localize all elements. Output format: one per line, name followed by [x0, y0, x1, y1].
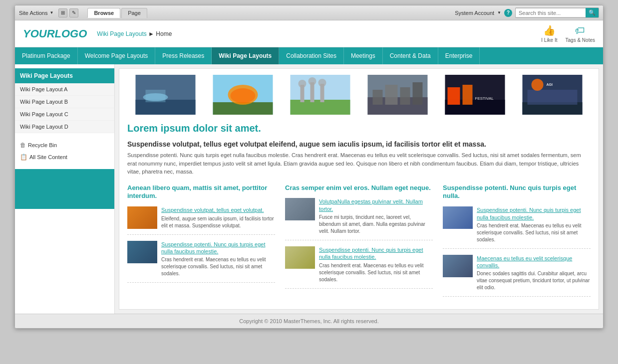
breadcrumb-current: Home — [156, 30, 172, 37]
col3-title: Suspendisse potenti. Nunc quis turpis eg… — [443, 184, 591, 201]
content-wrapper: Wiki Page Layouts Wiki Page Layout A Wik… — [15, 64, 603, 314]
tab-page[interactable]: Page — [121, 8, 147, 18]
search-button[interactable]: 🔍 — [586, 8, 599, 17]
three-columns: Aenean libero quam, mattis sit amet, por… — [127, 184, 591, 303]
banner-photo-2 — [205, 75, 281, 115]
svg-rect-18 — [373, 90, 383, 105]
col2-item2-image — [285, 246, 315, 269]
nav-item-platinum[interactable]: Platinum Package — [15, 47, 78, 64]
col3-item1-desc: Cras hendrerit erat. Maecenas eu tellus … — [477, 222, 591, 243]
col3-item1-image — [443, 206, 473, 229]
sidebar-item-a[interactable]: Wiki Page Layout A — [15, 83, 114, 96]
svg-point-13 — [299, 80, 307, 88]
svg-rect-21 — [413, 82, 423, 105]
svg-rect-29 — [528, 90, 578, 105]
col2-title: Cras semper enim vel eros. Nullam eget n… — [285, 184, 433, 192]
main-title: Lorem ipsum dolor sit amet. — [127, 123, 591, 134]
search-box: 🔍 — [515, 7, 599, 18]
system-account-label[interactable]: System Account ▼ — [455, 10, 501, 16]
nav-item-press[interactable]: Press Releases — [155, 47, 212, 64]
svg-text:FESTIVAL: FESTIVAL — [475, 96, 494, 101]
all-site-content-link[interactable]: 📋 All Site Content — [15, 151, 114, 163]
svg-point-30 — [532, 79, 544, 91]
col1-item1-text: Suspendisse volutpat, tellus eget volutp… — [161, 206, 275, 229]
site-actions-arrow: ▼ — [49, 10, 53, 15]
svg-text:AGI: AGI — [547, 83, 553, 86]
column-3: Suspendisse potenti. Nunc quis turpis eg… — [443, 184, 591, 303]
search-input[interactable] — [516, 9, 586, 17]
svg-rect-20 — [400, 87, 410, 105]
tags-notes-button[interactable]: 🏷 Tags & Notes — [566, 25, 595, 43]
sidebar-item-d[interactable]: Wiki Page Layout D — [15, 121, 114, 133]
tab-browse[interactable]: Browse — [87, 8, 120, 18]
nav-item-wiki[interactable]: Wiki Page Layouts — [212, 47, 279, 64]
banner-photo-6: AGI — [514, 75, 591, 115]
banner-photo-5: FESTIVAL — [437, 75, 513, 115]
col1-item-1: Suspendisse volutpat, tellus eget volutp… — [127, 206, 275, 234]
tag-icon: 🏷 — [575, 25, 585, 36]
nav-item-content[interactable]: Content & Data — [383, 47, 438, 64]
breadcrumb: Wiki Page Layouts ► Home — [97, 30, 541, 37]
recycle-bin-link[interactable]: 🗑 Recycle Bin — [15, 139, 114, 151]
header-area: YOURLOGO Wiki Page Layouts ► Home 👍 I Li… — [15, 20, 603, 47]
svg-point-7 — [231, 88, 256, 103]
nav-item-enterprise[interactable]: Enterprise — [438, 47, 480, 64]
site-actions-label: Site Actions — [19, 10, 47, 16]
col1-item1-image — [127, 206, 157, 229]
sidebar: Wiki Page Layouts Wiki Page Layout A Wik… — [15, 64, 115, 314]
site-actions-button[interactable]: Site Actions ▼ — [19, 10, 53, 16]
col2-item1-link[interactable]: VolutpaNulla egestas pulvinar velit. Nul… — [319, 198, 433, 212]
column-2: Cras semper enim vel eros. Nullam eget n… — [285, 184, 433, 303]
col1-item2-link[interactable]: Suspendisse potenti. Nunc quis turpis eg… — [161, 241, 275, 255]
thumbsup-icon: 👍 — [543, 24, 556, 36]
logo-text: YOURLOGO — [23, 27, 87, 40]
col3-item1-link[interactable]: Suspendisse potenti. Nunc quis turpis eg… — [477, 206, 591, 221]
col1-item2-desc: Cras hendrerit erat. Maecenas eu tellus … — [161, 256, 275, 277]
svg-rect-3 — [146, 90, 166, 102]
col3-item-2: Maecenas eu tellus eu velit scelerisque … — [443, 255, 591, 297]
sidebar-header: Wiki Page Layouts — [15, 68, 114, 83]
nav-bar: Platinum Package Welcome Page Layouts Pr… — [15, 47, 603, 64]
help-button[interactable]: ? — [504, 9, 512, 17]
breadcrumb-sep: ► — [148, 30, 156, 37]
col3-item1-text: Suspendisse potenti. Nunc quis turpis eg… — [477, 206, 591, 243]
column-1: Aenean libero quam, mattis sit amet, por… — [127, 184, 275, 303]
svg-point-14 — [309, 77, 316, 85]
col2-item1-image — [285, 198, 315, 220]
ilike-button[interactable]: 👍 I Like It — [541, 24, 557, 43]
col2-item-1: VolutpaNulla egestas pulvinar velit. Nul… — [285, 198, 433, 240]
banner-row: FESTIVAL AGI — [127, 75, 591, 115]
col2-item1-text: VolutpaNulla egestas pulvinar velit. Nul… — [319, 198, 433, 235]
svg-rect-19 — [385, 85, 398, 105]
recycle-bin-icon: 🗑 — [20, 142, 26, 149]
breadcrumb-link[interactable]: Wiki Page Layouts — [97, 30, 146, 37]
footer-text: Copyright © 2010 MasterThemes, Inc. All … — [239, 318, 379, 324]
col2-item2-link[interactable]: Suspendisse potenti. Nunc quis turpis eg… — [319, 246, 433, 261]
header-actions: 👍 I Like It 🏷 Tags & Notes — [541, 24, 595, 43]
col3-item-1: Suspendisse potenti. Nunc quis turpis eg… — [443, 206, 591, 249]
system-account-arrow: ▼ — [497, 10, 501, 15]
col1-item2-text: Suspendisse potenti. Nunc quis turpis eg… — [161, 241, 275, 278]
col3-item2-desc: Donec sodales sagittis dui. Curabitur al… — [477, 270, 591, 291]
nav-item-meetings[interactable]: Meetings — [344, 47, 383, 64]
edit-icon2[interactable]: ✎ — [69, 8, 78, 17]
svg-point-15 — [318, 79, 326, 87]
sub-title: Suspendisse volutpat, tellus eget volutp… — [127, 140, 591, 148]
col2-item-2: Suspendisse potenti. Nunc quis turpis eg… — [285, 246, 433, 289]
main-content: FESTIVAL AGI Lorem ipsum dolor sit amet. — [119, 68, 599, 310]
edit-page-icon[interactable]: ⊞ — [58, 8, 67, 17]
banner-photo-1 — [127, 75, 204, 115]
sidebar-item-c[interactable]: Wiki Page Layout C — [15, 108, 114, 121]
col1-item1-link[interactable]: Suspendisse volutpat, tellus eget volutp… — [161, 206, 275, 213]
nav-item-collaboration[interactable]: Collaboration Sites — [279, 47, 344, 64]
logo: YOURLOGO — [23, 27, 87, 40]
col3-item2-image — [443, 255, 473, 277]
svg-rect-25 — [463, 85, 473, 105]
col1-item2-image — [127, 241, 157, 263]
body-text: Suspendisse potenti. Nunc quis turpis eg… — [127, 151, 591, 176]
sidebar-item-b[interactable]: Wiki Page Layout B — [15, 96, 114, 108]
nav-item-welcome[interactable]: Welcome Page Layouts — [78, 47, 156, 64]
col2-item2-desc: Cras hendrerit erat. Maecenas eu tellus … — [319, 262, 433, 283]
col3-item2-link[interactable]: Maecenas eu tellus eu velit scelerisque … — [477, 255, 591, 269]
all-content-icon: 📋 — [20, 154, 27, 161]
